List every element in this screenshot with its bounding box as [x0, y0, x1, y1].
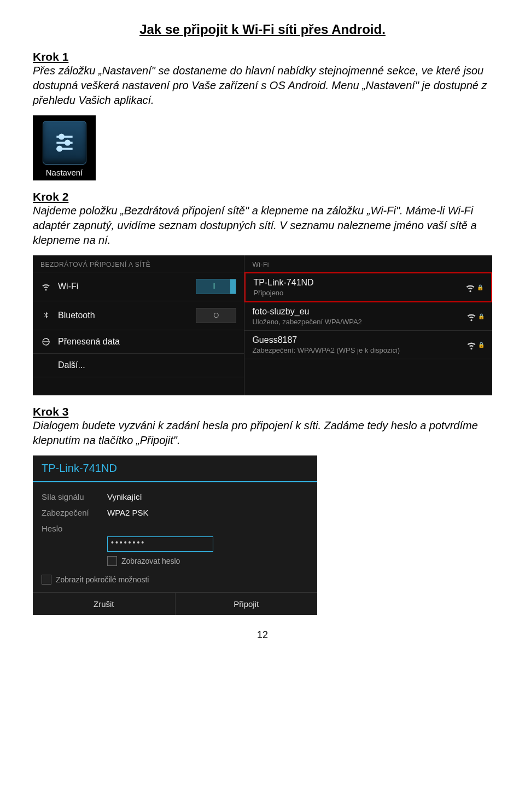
wireless-section-header: BEZDRÁTOVÁ PŘIPOJENÍ A SÍTĚ	[33, 255, 244, 272]
wifi-panel-header: Wi-Fi	[244, 255, 492, 272]
page-title: Jak se připojit k Wi-Fi síti přes Androi…	[33, 22, 492, 37]
network-row[interactable]: Guess8187 Zabezpečení: WPA/WPA2 (WPS je …	[244, 331, 492, 359]
svg-point-3	[65, 141, 69, 144]
settings-icon-label: Nastavení	[33, 168, 96, 177]
wifi-signal-icon: 🔒	[466, 311, 485, 322]
password-label: Heslo	[42, 524, 107, 533]
data-usage-row[interactable]: Přenesená data	[33, 330, 244, 354]
bluetooth-toggle-off[interactable]: O	[196, 308, 236, 323]
advanced-options-label: Zobrazit pokročilé možnosti	[56, 575, 149, 584]
step3-heading: Krok 3	[33, 405, 492, 418]
bluetooth-label: Bluetooth	[58, 311, 189, 320]
lock-icon: 🔒	[477, 284, 483, 290]
wifi-signal-icon: 🔒	[466, 340, 485, 350]
network-row[interactable]: foto-sluzby_eu Uloženo, zabezpečení WPA/…	[244, 302, 492, 331]
more-row[interactable]: Další...	[33, 354, 244, 377]
wifi-icon	[40, 282, 51, 291]
wifi-toggle-on[interactable]	[196, 279, 236, 294]
show-password-row[interactable]: Zobrazovat heslo	[107, 552, 308, 570]
lock-icon: 🔒	[478, 342, 485, 348]
security-label: Zabezpečení	[42, 508, 107, 517]
svg-point-5	[57, 147, 61, 150]
signal-strength-value: Vynikající	[107, 492, 142, 501]
dialog-title: TP-Link-741ND	[33, 455, 317, 482]
network-status: Uloženo, zabezpečení WPA/WPA2	[252, 318, 466, 326]
network-name: TP-Link-741ND	[253, 278, 465, 288]
checkbox-icon[interactable]	[42, 575, 51, 585]
settings-app-icon-block: Nastavení	[33, 115, 96, 180]
show-password-label: Zobrazovat heslo	[121, 557, 180, 565]
network-status: Připojeno	[253, 289, 465, 297]
network-status: Zabezpečení: WPA/WPA2 (WPS je k dispozic…	[252, 346, 466, 354]
step2-body: Najdeme položku „Bezdrátová připojení sí…	[33, 203, 492, 248]
advanced-options-row[interactable]: Zobrazit pokročilé možnosti	[42, 570, 308, 589]
data-usage-label: Přenesená data	[58, 337, 236, 347]
more-label: Další...	[58, 360, 236, 370]
lock-icon: 🔒	[478, 313, 485, 319]
settings-icon[interactable]	[43, 121, 86, 165]
bluetooth-icon	[40, 311, 51, 320]
page-number: 12	[33, 629, 492, 641]
settings-screenshot: BEZDRÁTOVÁ PŘIPOJENÍ A SÍTĚ Wi-Fi Blueto…	[33, 255, 492, 395]
network-row-selected[interactable]: TP-Link-741ND Připojeno 🔒	[244, 272, 492, 302]
svg-point-1	[59, 135, 63, 138]
wifi-connect-dialog: TP-Link-741ND Síla signálu Vynikající Za…	[33, 455, 317, 615]
step3-body: Dialogem budete vyzváni k zadání hesla p…	[33, 418, 492, 448]
wifi-label: Wi-Fi	[58, 282, 189, 291]
step1-heading: Krok 1	[33, 50, 492, 63]
checkbox-icon[interactable]	[107, 556, 117, 566]
network-name: foto-sluzby_eu	[252, 307, 466, 317]
cancel-button[interactable]: Zrušit	[33, 593, 176, 615]
security-value: WPA2 PSK	[107, 508, 149, 517]
signal-strength-label: Síla signálu	[42, 492, 107, 501]
password-input[interactable]: ••••••••	[107, 536, 213, 552]
step2-heading: Krok 2	[33, 190, 492, 203]
wifi-signal-icon: 🔒	[465, 282, 483, 293]
connect-button[interactable]: Připojit	[176, 593, 318, 615]
wifi-row[interactable]: Wi-Fi	[33, 272, 244, 301]
data-icon	[40, 337, 51, 346]
bluetooth-row[interactable]: Bluetooth O	[33, 301, 244, 330]
network-name: Guess8187	[252, 335, 466, 345]
step1-body: Přes záložku „Nastavení" se dostaneme do…	[33, 63, 492, 108]
